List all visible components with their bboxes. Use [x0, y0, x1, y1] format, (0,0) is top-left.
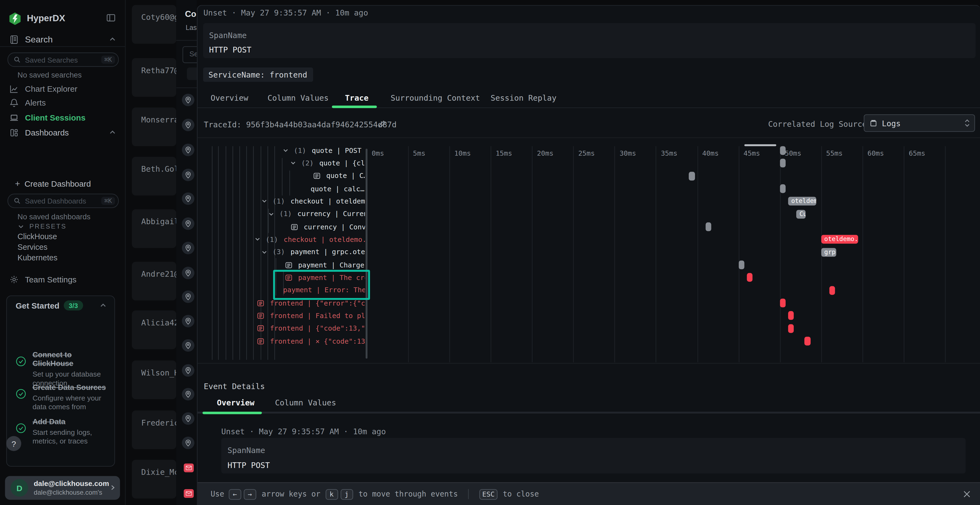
create-dashboard-button[interactable]: + Create Dashboard	[0, 178, 125, 190]
trace-tree-row[interactable]: payment | Charge …	[197, 259, 365, 271]
session-card[interactable]: Monserra	[132, 108, 176, 146]
span-duration-bar[interactable]	[738, 260, 744, 269]
tab-session-replay[interactable]: Session Replay	[490, 93, 557, 102]
trace-tree-row[interactable]: (2)quote | {cl…	[197, 157, 365, 170]
tree-scrollbar[interactable]	[365, 149, 368, 358]
span-label: currency | Conv…	[304, 223, 365, 231]
tab-surrounding-context[interactable]: Surrounding Context	[391, 93, 480, 102]
chevron-down-icon[interactable]	[283, 148, 289, 154]
trace-tree-row[interactable]: quote | calc…	[197, 182, 365, 195]
span-duration-bar[interactable]: grp	[821, 248, 836, 257]
trace-tree-row[interactable]: currency | Conv…	[197, 221, 365, 233]
trace-tree-row[interactable]: (1)currency | Currenc…	[197, 208, 365, 221]
sidebar-item-chart-explorer[interactable]: Chart Explorer	[0, 83, 125, 95]
chevron-down-icon[interactable]	[290, 160, 296, 167]
span-duration-bar[interactable]	[747, 273, 752, 282]
preset-kubernetes[interactable]: Kubernetes	[18, 254, 57, 262]
location-pin-icon[interactable]	[182, 291, 194, 303]
span-duration-bar[interactable]	[780, 146, 786, 155]
saved-searches-input[interactable]: Saved Searches ⌘K	[8, 52, 119, 67]
session-name: Retha77@	[141, 65, 177, 75]
span-duration-bar[interactable]: oteldemo.	[788, 197, 816, 206]
location-pin-icon[interactable]	[182, 119, 194, 131]
check-circle-icon	[16, 389, 26, 399]
location-pin-icon[interactable]	[182, 364, 194, 377]
log-source-select[interactable]: Logs	[864, 114, 975, 132]
trace-tree-row[interactable]: frontend | {"code":13,"det…	[197, 322, 365, 335]
chevron-down-icon[interactable]	[261, 249, 267, 256]
span-duration-bar[interactable]: Cu	[796, 210, 805, 219]
span-duration-bar[interactable]	[805, 337, 810, 345]
service-name-chip[interactable]: ServiceName: frontend	[203, 67, 313, 82]
trace-tree-row[interactable]: (3)payment | grpc.oteld…	[197, 246, 365, 259]
location-pin-icon[interactable]	[182, 94, 194, 106]
location-pin-icon[interactable]	[182, 412, 194, 425]
span-duration-bar[interactable]	[788, 324, 794, 333]
chevron-down-icon[interactable]	[261, 199, 267, 205]
session-search-input[interactable]: Sea	[182, 46, 197, 63]
sidebar-item-search[interactable]: Search	[0, 33, 125, 46]
error-event-icon[interactable]	[184, 489, 194, 498]
sidebar-item-dashboards[interactable]: Dashboards	[0, 126, 125, 139]
selected-events-outline	[273, 270, 370, 300]
trace-tree-row[interactable]: frontend | × {"code":13,"d…	[197, 335, 365, 348]
trace-tree-row[interactable]: quote | C…	[197, 170, 365, 183]
session-card[interactable]: Andre21@	[132, 262, 176, 300]
sidebar-item-team-settings[interactable]: Team Settings	[0, 273, 125, 286]
trace-tree-row[interactable]: (1)checkout | oteldemo.Pa…	[197, 233, 365, 246]
chevron-down-icon[interactable]	[268, 211, 274, 218]
sidebar-item-alerts[interactable]: Alerts	[0, 96, 125, 109]
edit-pencil-icon[interactable]	[378, 120, 386, 128]
location-pin-icon[interactable]	[182, 388, 194, 400]
close-icon[interactable]	[963, 490, 971, 499]
tab-column-values[interactable]: Column Values	[275, 398, 336, 407]
location-pin-icon[interactable]	[182, 144, 194, 156]
span-duration-bar[interactable]	[705, 222, 711, 231]
trace-tree-row[interactable]: (1)checkout | oteldemo.…	[197, 195, 365, 208]
location-pin-icon[interactable]	[182, 267, 194, 279]
log-event-icon	[313, 173, 321, 179]
tab-trace[interactable]: Trace	[345, 93, 368, 102]
session-card[interactable]: Frederic	[132, 410, 176, 449]
collapse-sidebar-icon[interactable]	[106, 13, 115, 22]
location-pin-icon[interactable]	[182, 315, 194, 327]
span-duration-bar[interactable]	[689, 172, 695, 180]
axis-tick-label: 40ms	[702, 149, 719, 157]
session-card[interactable]: Dixie_Mc	[132, 460, 176, 499]
error-event-icon[interactable]	[184, 464, 194, 472]
session-card[interactable]: Retha77@	[132, 58, 176, 97]
session-card[interactable]: Coty60@g	[132, 5, 176, 43]
waterfall-scroll-indicator[interactable]	[744, 144, 776, 146]
tab-overview[interactable]: Overview	[211, 93, 248, 102]
session-card[interactable]: Wilson_H	[132, 360, 176, 399]
span-duration-bar[interactable]	[780, 159, 786, 168]
chevron-down-icon[interactable]	[254, 237, 261, 243]
help-button[interactable]: ?	[6, 436, 21, 451]
trace-tree-row[interactable]: (1)quote | POST …	[197, 144, 365, 157]
saved-dashboards-input[interactable]: Saved Dashboards ⌘K	[8, 194, 119, 208]
location-pin-icon[interactable]	[182, 339, 194, 352]
location-pin-icon[interactable]	[182, 218, 194, 230]
chevron-up-icon[interactable]	[99, 302, 107, 310]
location-pin-icon[interactable]	[182, 242, 194, 254]
tab-overview[interactable]: Overview	[217, 398, 255, 407]
session-card[interactable]: Abbigail	[132, 209, 176, 248]
session-filter-button[interactable]	[187, 67, 197, 80]
location-pin-icon[interactable]	[182, 169, 194, 181]
span-duration-bar[interactable]	[829, 286, 835, 295]
preset-services[interactable]: Services	[18, 243, 48, 252]
sidebar-item-client-sessions[interactable]: Client Sessions	[0, 111, 125, 124]
location-pin-icon[interactable]	[182, 437, 194, 449]
session-card[interactable]: Beth.Gol	[132, 157, 176, 195]
span-duration-bar[interactable]	[788, 311, 794, 320]
trace-tree-row[interactable]: frontend | Failed to place…	[197, 310, 365, 322]
span-duration-bar[interactable]	[780, 299, 786, 307]
presets-toggle[interactable]: PRESETS	[0, 220, 125, 232]
tab-column-values[interactable]: Column Values	[267, 93, 329, 102]
span-duration-bar[interactable]: oteldemo.	[821, 235, 858, 244]
session-card[interactable]: Alicia42	[132, 310, 176, 349]
preset-clickhouse[interactable]: ClickHouse	[18, 232, 57, 241]
location-pin-icon[interactable]	[182, 192, 194, 205]
user-menu[interactable]: D dale@clickhouse.com dale@clickhouse.co…	[5, 476, 120, 500]
span-duration-bar[interactable]	[780, 184, 786, 193]
